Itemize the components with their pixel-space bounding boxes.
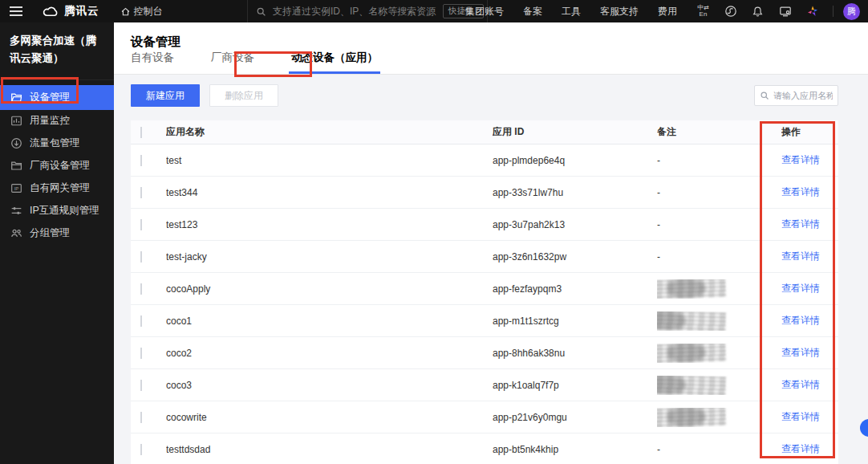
- tab-bar: 自有设备 厂商设备 动态设备（应用）: [127, 44, 411, 74]
- toolbar: 新建应用 删除应用: [131, 84, 838, 107]
- topbar-nav: 集团账号备案工具客服支持费用: [465, 5, 696, 18]
- app-name-cell: test-jacky: [166, 251, 493, 263]
- select-all-checkbox[interactable]: [140, 127, 142, 138]
- app-id-cell: app-m1t1szrtcg: [493, 315, 657, 327]
- search-icon: [760, 91, 769, 100]
- view-details-link[interactable]: 查看详情: [781, 347, 820, 358]
- topbar: 腾讯云 控制台 支持通过实例ID、IP、名称等搜索资源 快捷键 / 集团账号备案…: [0, 0, 868, 22]
- app-id-cell: app-8hh6ak38nu: [493, 348, 657, 359]
- rules-icon: [10, 205, 22, 217]
- sidebar-item-分组管理[interactable]: 分组管理: [0, 222, 114, 245]
- app-id-cell: app-bt5nk4khip: [493, 444, 657, 455]
- table-row: cocoApply app-fezfaypqm3 查看详情: [131, 273, 838, 305]
- sidebar-item-自有网关管理[interactable]: IP 自有网关管理: [0, 177, 114, 200]
- brand-logo[interactable]: 腾讯云: [42, 4, 99, 18]
- main-header: 设备管理 自有设备 厂商设备 动态设备（应用）: [114, 22, 868, 75]
- ai-sparkle-icon[interactable]: [805, 5, 819, 18]
- row-checkbox[interactable]: [140, 283, 142, 295]
- sidebar-item-设备管理[interactable]: 设备管理: [0, 85, 114, 110]
- search-icon: [256, 6, 266, 17]
- view-details-link[interactable]: 查看详情: [781, 154, 820, 165]
- row-checkbox[interactable]: [140, 187, 142, 198]
- folder2-icon: [10, 160, 22, 172]
- view-details-link[interactable]: 查看详情: [781, 443, 820, 454]
- app-table: 应用名称 应用 ID 备注 操作 test app-plmdep6e4q - 查…: [131, 120, 838, 464]
- row-checkbox[interactable]: [140, 251, 142, 263]
- view-details-link[interactable]: 查看详情: [781, 186, 820, 197]
- app-id-cell: app-k1oalq7f7p: [493, 380, 657, 391]
- miniprogram-icon[interactable]: [724, 5, 737, 18]
- sidebar-item-流量包管理[interactable]: 流量包管理: [0, 132, 114, 155]
- view-details-link[interactable]: 查看详情: [781, 218, 820, 230]
- svg-text:IP: IP: [14, 186, 19, 191]
- topbar-nav-item[interactable]: 备案: [523, 5, 542, 18]
- row-checkbox[interactable]: [140, 412, 142, 423]
- sidebar-item-label: 自有网关管理: [30, 181, 90, 195]
- sidebar-item-label: IP互通规则管理: [30, 204, 99, 218]
- package-icon: [10, 137, 22, 149]
- table-search-box[interactable]: [754, 85, 838, 106]
- table-header-row: 应用名称 应用 ID 备注 操作: [131, 120, 838, 144]
- view-details-link[interactable]: 查看详情: [781, 283, 820, 294]
- topbar-nav-item[interactable]: 集团账号: [465, 5, 504, 18]
- ip-icon: IP: [10, 182, 22, 194]
- column-header-name: 应用名称: [166, 125, 493, 139]
- bell-icon[interactable]: [751, 5, 765, 18]
- topbar-nav-item[interactable]: 费用: [658, 5, 677, 18]
- avatar[interactable]: 腾: [843, 3, 860, 20]
- tab-动态设备（应用）[interactable]: 动态设备（应用）: [287, 44, 382, 74]
- console-link[interactable]: 控制台: [120, 5, 163, 18]
- sidebar-item-label: 用量监控: [30, 114, 70, 128]
- app-id-cell: app-3z6n1632pw: [493, 251, 657, 263]
- app-name-cell: coco2: [166, 348, 493, 359]
- app-id-cell: app-3u7pah2k13: [493, 219, 657, 230]
- sidebar-menu: 设备管理 用量监控 流量包管理 厂商设备管理 IP 自有网关管理 IP互通规则管…: [0, 79, 114, 245]
- topbar-nav-item[interactable]: 工具: [562, 5, 581, 18]
- redacted-remark-scribble: [657, 311, 726, 331]
- table-row: test-jacky app-3z6n1632pw - 查看详情: [131, 241, 838, 273]
- remark-cell: [657, 408, 781, 427]
- view-details-link[interactable]: 查看详情: [781, 411, 820, 422]
- content-area: 新建应用 删除应用 应用名称 应用 ID 备注 操作 test: [114, 75, 868, 464]
- app-name-cell: testtdsdad: [166, 444, 493, 455]
- row-checkbox[interactable]: [140, 155, 142, 166]
- table-search-input[interactable]: [773, 91, 833, 100]
- table-row: coco2 app-8hh6ak38nu 查看详情: [131, 337, 838, 369]
- hamburger-menu-icon[interactable]: [10, 6, 22, 16]
- column-header-id: 应用 ID: [493, 125, 657, 139]
- redacted-remark-scribble: [657, 279, 726, 299]
- folder-icon: [10, 92, 22, 104]
- row-checkbox[interactable]: [140, 348, 142, 359]
- create-app-button[interactable]: 新建应用: [131, 84, 200, 107]
- sidebar-item-厂商设备管理[interactable]: 厂商设备管理: [0, 155, 114, 177]
- row-checkbox[interactable]: [140, 219, 142, 230]
- sidebar-item-用量监控[interactable]: 用量监控: [0, 110, 114, 132]
- topbar-nav-item[interactable]: 客服支持: [600, 5, 639, 18]
- workorder-panel-icon[interactable]: [778, 5, 792, 18]
- app-name-cell: cocoApply: [166, 283, 493, 295]
- topbar-separator: [833, 6, 834, 17]
- sidebar: 多网聚合加速（腾讯云聚通） 设备管理 用量监控 流量包管理 厂商设备管理 IP …: [0, 22, 114, 464]
- view-details-link[interactable]: 查看详情: [781, 250, 820, 262]
- row-checkbox[interactable]: [140, 444, 142, 455]
- row-checkbox[interactable]: [140, 315, 142, 327]
- redacted-remark-scribble: [657, 408, 726, 427]
- app-id-cell: app-fezfaypqm3: [493, 283, 657, 295]
- sidebar-item-label: 流量包管理: [30, 136, 80, 150]
- table-row: coco1 app-m1t1szrtcg 查看详情: [131, 305, 838, 337]
- remark-cell: -: [657, 251, 781, 263]
- tab-自有设备[interactable]: 自有设备: [127, 44, 178, 74]
- view-details-link[interactable]: 查看详情: [781, 379, 820, 390]
- remark-cell: [657, 376, 781, 395]
- sidebar-item-IP互通规则管理[interactable]: IP互通规则管理: [0, 200, 114, 222]
- delete-app-button[interactable]: 删除应用: [209, 84, 278, 107]
- app-id-cell: app-plmdep6e4q: [493, 155, 657, 166]
- column-header-remark: 备注: [657, 125, 781, 139]
- tab-厂商设备[interactable]: 厂商设备: [207, 44, 258, 74]
- app-id-cell: app-p21v6y0mgu: [493, 412, 657, 423]
- view-details-link[interactable]: 查看详情: [781, 315, 820, 326]
- table-row: coco3 app-k1oalq7f7p 查看详情: [131, 369, 838, 401]
- table-row: test app-plmdep6e4q - 查看详情: [131, 144, 838, 177]
- language-icon[interactable]: 中⇄En: [696, 5, 710, 18]
- row-checkbox[interactable]: [140, 380, 142, 391]
